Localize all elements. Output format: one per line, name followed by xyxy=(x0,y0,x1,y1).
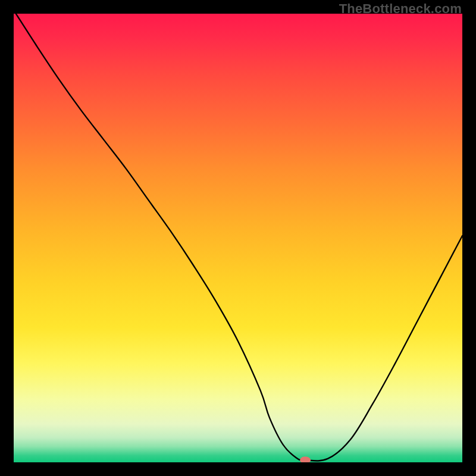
chart-frame: TheBottleneck.com xyxy=(0,0,476,476)
bottleneck-chart xyxy=(14,14,462,462)
gradient-background xyxy=(14,14,462,462)
watermark-text: TheBottleneck.com xyxy=(339,1,462,17)
plot-area xyxy=(14,14,462,462)
